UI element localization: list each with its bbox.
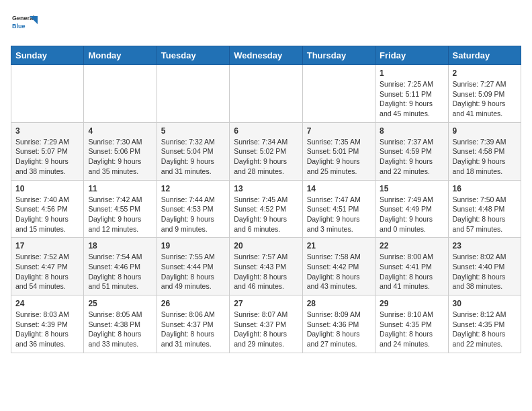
calendar-cell: 23Sunrise: 8:02 AM Sunset: 4:40 PM Dayli… [448, 238, 521, 295]
day-number: 10 [15, 184, 79, 193]
calendar-cell: 24Sunrise: 8:03 AM Sunset: 4:39 PM Dayli… [11, 295, 84, 353]
week-row-2: 3Sunrise: 7:29 AM Sunset: 5:07 PM Daylig… [11, 122, 521, 180]
week-row-5: 24Sunrise: 8:03 AM Sunset: 4:39 PM Dayli… [11, 295, 521, 353]
day-number: 3 [15, 126, 79, 136]
day-number: 9 [453, 126, 517, 136]
day-number: 18 [88, 241, 152, 250]
day-info: Sunrise: 7:35 AM Sunset: 5:01 PM Dayligh… [307, 137, 371, 177]
day-number: 7 [307, 126, 371, 136]
day-info: Sunrise: 8:07 AM Sunset: 4:37 PM Dayligh… [234, 310, 298, 349]
day-number: 4 [88, 126, 152, 136]
day-number: 17 [15, 241, 79, 250]
day-info: Sunrise: 7:47 AM Sunset: 4:51 PM Dayligh… [307, 195, 371, 234]
calendar-cell: 5Sunrise: 7:32 AM Sunset: 5:04 PM Daylig… [157, 122, 229, 180]
day-number: 22 [380, 241, 443, 250]
week-row-4: 17Sunrise: 7:52 AM Sunset: 4:47 PM Dayli… [11, 238, 521, 295]
day-number: 12 [161, 184, 225, 193]
day-number: 24 [15, 299, 79, 308]
day-number: 23 [453, 241, 517, 250]
weekday-header-wednesday: Wednesday [230, 46, 302, 65]
day-info: Sunrise: 7:45 AM Sunset: 4:52 PM Dayligh… [234, 195, 298, 234]
day-info: Sunrise: 7:50 AM Sunset: 4:48 PM Dayligh… [453, 195, 517, 234]
day-info: Sunrise: 7:30 AM Sunset: 5:06 PM Dayligh… [88, 137, 152, 177]
calendar-cell: 9Sunrise: 7:39 AM Sunset: 4:58 PM Daylig… [448, 122, 521, 180]
day-number: 30 [453, 299, 517, 308]
day-info: Sunrise: 8:00 AM Sunset: 4:41 PM Dayligh… [380, 252, 443, 291]
day-info: Sunrise: 7:27 AM Sunset: 5:09 PM Dayligh… [453, 79, 517, 119]
calendar-cell: 15Sunrise: 7:49 AM Sunset: 4:49 PM Dayli… [375, 180, 448, 238]
day-info: Sunrise: 8:05 AM Sunset: 4:38 PM Dayligh… [88, 310, 152, 349]
day-info: Sunrise: 7:42 AM Sunset: 4:55 PM Dayligh… [88, 195, 152, 234]
day-info: Sunrise: 8:03 AM Sunset: 4:39 PM Dayligh… [15, 310, 79, 349]
calendar-cell: 27Sunrise: 8:07 AM Sunset: 4:37 PM Dayli… [230, 295, 302, 353]
weekday-header-saturday: Saturday [448, 46, 521, 65]
day-info: Sunrise: 7:54 AM Sunset: 4:46 PM Dayligh… [88, 252, 152, 291]
day-number: 1 [380, 68, 443, 78]
week-row-3: 10Sunrise: 7:40 AM Sunset: 4:56 PM Dayli… [11, 180, 521, 238]
weekday-header-row: SundayMondayTuesdayWednesdayThursdayFrid… [11, 46, 521, 65]
calendar-cell: 28Sunrise: 8:09 AM Sunset: 4:36 PM Dayli… [302, 295, 375, 353]
day-number: 13 [234, 184, 298, 193]
calendar-cell: 26Sunrise: 8:06 AM Sunset: 4:37 PM Dayli… [157, 295, 229, 353]
svg-text:Blue: Blue [12, 23, 26, 30]
day-info: Sunrise: 8:02 AM Sunset: 4:40 PM Dayligh… [453, 252, 517, 291]
day-info: Sunrise: 7:34 AM Sunset: 5:02 PM Dayligh… [234, 137, 298, 177]
calendar-cell [11, 65, 84, 123]
week-row-1: 1Sunrise: 7:25 AM Sunset: 5:11 PM Daylig… [11, 65, 521, 123]
day-number: 28 [307, 299, 371, 308]
day-number: 11 [88, 184, 152, 193]
day-info: Sunrise: 7:52 AM Sunset: 4:47 PM Dayligh… [15, 252, 79, 291]
day-number: 16 [453, 184, 517, 193]
calendar-cell: 11Sunrise: 7:42 AM Sunset: 4:55 PM Dayli… [84, 180, 157, 238]
day-info: Sunrise: 7:44 AM Sunset: 4:53 PM Dayligh… [161, 195, 225, 234]
day-info: Sunrise: 8:09 AM Sunset: 4:36 PM Dayligh… [307, 310, 371, 349]
day-number: 21 [307, 241, 371, 250]
svg-text:General: General [12, 15, 35, 21]
day-info: Sunrise: 8:12 AM Sunset: 4:35 PM Dayligh… [453, 310, 517, 349]
day-info: Sunrise: 7:29 AM Sunset: 5:07 PM Dayligh… [15, 137, 79, 177]
day-number: 5 [161, 126, 225, 136]
logo-svg: General Blue [11, 11, 38, 38]
day-number: 27 [234, 299, 298, 308]
day-number: 6 [234, 126, 298, 136]
calendar-cell: 25Sunrise: 8:05 AM Sunset: 4:38 PM Dayli… [84, 295, 157, 353]
day-info: Sunrise: 7:32 AM Sunset: 5:04 PM Dayligh… [161, 137, 225, 177]
calendar-cell: 7Sunrise: 7:35 AM Sunset: 5:01 PM Daylig… [302, 122, 375, 180]
calendar-cell: 30Sunrise: 8:12 AM Sunset: 4:35 PM Dayli… [448, 295, 521, 353]
calendar-table: SundayMondayTuesdayWednesdayThursdayFrid… [11, 46, 521, 353]
day-info: Sunrise: 7:25 AM Sunset: 5:11 PM Dayligh… [380, 79, 443, 119]
calendar-cell: 20Sunrise: 7:57 AM Sunset: 4:43 PM Dayli… [230, 238, 302, 295]
weekday-header-friday: Friday [375, 46, 448, 65]
day-info: Sunrise: 7:37 AM Sunset: 4:59 PM Dayligh… [380, 137, 443, 177]
calendar-cell: 18Sunrise: 7:54 AM Sunset: 4:46 PM Dayli… [84, 238, 157, 295]
calendar-cell: 22Sunrise: 8:00 AM Sunset: 4:41 PM Dayli… [375, 238, 448, 295]
calendar-cell: 21Sunrise: 7:58 AM Sunset: 4:42 PM Dayli… [302, 238, 375, 295]
calendar-cell: 19Sunrise: 7:55 AM Sunset: 4:44 PM Dayli… [157, 238, 229, 295]
day-number: 14 [307, 184, 371, 193]
day-number: 20 [234, 241, 298, 250]
calendar-cell [157, 65, 229, 123]
calendar-cell: 2Sunrise: 7:27 AM Sunset: 5:09 PM Daylig… [448, 65, 521, 123]
calendar-cell: 13Sunrise: 7:45 AM Sunset: 4:52 PM Dayli… [230, 180, 302, 238]
day-number: 25 [88, 299, 152, 308]
day-info: Sunrise: 7:57 AM Sunset: 4:43 PM Dayligh… [234, 252, 298, 291]
calendar-cell [84, 65, 157, 123]
calendar-cell: 10Sunrise: 7:40 AM Sunset: 4:56 PM Dayli… [11, 180, 84, 238]
day-info: Sunrise: 7:49 AM Sunset: 4:49 PM Dayligh… [380, 195, 443, 234]
calendar-cell: 14Sunrise: 7:47 AM Sunset: 4:51 PM Dayli… [302, 180, 375, 238]
header: General Blue [11, 11, 521, 38]
day-info: Sunrise: 8:06 AM Sunset: 4:37 PM Dayligh… [161, 310, 225, 349]
day-info: Sunrise: 7:55 AM Sunset: 4:44 PM Dayligh… [161, 252, 225, 291]
weekday-header-thursday: Thursday [302, 46, 375, 65]
calendar-cell: 8Sunrise: 7:37 AM Sunset: 4:59 PM Daylig… [375, 122, 448, 180]
day-info: Sunrise: 7:40 AM Sunset: 4:56 PM Dayligh… [15, 195, 79, 234]
calendar-cell: 29Sunrise: 8:10 AM Sunset: 4:35 PM Dayli… [375, 295, 448, 353]
weekday-header-tuesday: Tuesday [157, 46, 229, 65]
calendar-cell [230, 65, 302, 123]
calendar-cell: 1Sunrise: 7:25 AM Sunset: 5:11 PM Daylig… [375, 65, 448, 123]
day-info: Sunrise: 7:58 AM Sunset: 4:42 PM Dayligh… [307, 252, 371, 291]
day-number: 15 [380, 184, 443, 193]
calendar-cell: 3Sunrise: 7:29 AM Sunset: 5:07 PM Daylig… [11, 122, 84, 180]
logo: General Blue [11, 11, 38, 38]
day-number: 26 [161, 299, 225, 308]
